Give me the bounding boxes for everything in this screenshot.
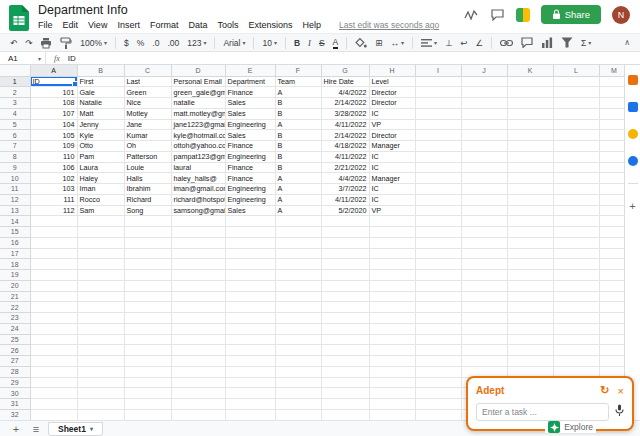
cell-G18[interactable] bbox=[321, 259, 369, 270]
cell-D10[interactable]: haley_halls@ bbox=[171, 173, 225, 184]
cell-F1[interactable]: Team bbox=[275, 76, 321, 87]
cell-B27[interactable] bbox=[77, 356, 124, 367]
cell-E5[interactable]: Engineering bbox=[225, 119, 275, 130]
cell-D24[interactable] bbox=[171, 323, 225, 334]
menu-tools[interactable]: Tools bbox=[217, 20, 238, 30]
cell-M3[interactable] bbox=[599, 98, 624, 109]
cell-D4[interactable]: matt.motley@gn bbox=[171, 108, 225, 119]
cell-K21[interactable] bbox=[507, 291, 553, 302]
row-header-17[interactable]: 17 bbox=[0, 248, 30, 259]
cell-I32[interactable] bbox=[415, 409, 461, 420]
cell-I19[interactable] bbox=[415, 270, 461, 281]
cell-K10[interactable] bbox=[507, 173, 553, 184]
row-header-24[interactable]: 24 bbox=[0, 323, 30, 334]
cell-E26[interactable] bbox=[225, 345, 275, 356]
cell-C8[interactable]: Patterson bbox=[124, 151, 171, 162]
all-sheets-icon[interactable]: ≡ bbox=[28, 423, 44, 435]
cell-L24[interactable] bbox=[553, 323, 599, 334]
cell-E28[interactable] bbox=[225, 366, 275, 377]
cell-F32[interactable] bbox=[275, 409, 321, 420]
cell-D22[interactable] bbox=[171, 302, 225, 313]
cell-B31[interactable] bbox=[77, 399, 124, 410]
cell-H25[interactable] bbox=[369, 334, 415, 345]
cell-L13[interactable] bbox=[553, 205, 599, 216]
cell-L1[interactable] bbox=[553, 76, 599, 87]
row-header-11[interactable]: 11 bbox=[0, 184, 30, 195]
cell-C25[interactable] bbox=[124, 334, 171, 345]
cell-M2[interactable] bbox=[599, 87, 624, 98]
cell-C22[interactable] bbox=[124, 302, 171, 313]
cell-M6[interactable] bbox=[599, 130, 624, 141]
cell-E15[interactable] bbox=[225, 227, 275, 238]
row-header-14[interactable]: 14 bbox=[0, 216, 30, 227]
cell-A15[interactable] bbox=[30, 227, 77, 238]
cell-E30[interactable] bbox=[225, 388, 275, 399]
cell-G27[interactable] bbox=[321, 356, 369, 367]
cell-I24[interactable] bbox=[415, 323, 461, 334]
column-header-F[interactable]: F bbox=[275, 65, 321, 76]
cell-H2[interactable]: Director bbox=[369, 87, 415, 98]
vertical-align-icon[interactable]: ⊥ bbox=[445, 38, 452, 48]
cell-M27[interactable] bbox=[599, 356, 624, 367]
cell-B1[interactable]: First bbox=[77, 76, 124, 87]
cell-L25[interactable] bbox=[553, 334, 599, 345]
cell-M26[interactable] bbox=[599, 345, 624, 356]
row-header-3[interactable]: 3 bbox=[0, 98, 30, 109]
horizontal-align-icon[interactable]: ▾ bbox=[421, 38, 437, 48]
column-header-I[interactable]: I bbox=[415, 65, 461, 76]
cell-B4[interactable]: Matt bbox=[77, 108, 124, 119]
cell-K6[interactable] bbox=[507, 130, 553, 141]
cell-F21[interactable] bbox=[275, 291, 321, 302]
cell-D26[interactable] bbox=[171, 345, 225, 356]
cell-M11[interactable] bbox=[599, 184, 624, 195]
cell-F23[interactable] bbox=[275, 313, 321, 324]
cell-M17[interactable] bbox=[599, 248, 624, 259]
cell-B22[interactable] bbox=[77, 302, 124, 313]
cell-H20[interactable] bbox=[369, 280, 415, 291]
cell-M13[interactable] bbox=[599, 205, 624, 216]
cell-E18[interactable] bbox=[225, 259, 275, 270]
close-icon[interactable]: × bbox=[618, 385, 624, 397]
cell-L26[interactable] bbox=[553, 345, 599, 356]
cell-D14[interactable] bbox=[171, 216, 225, 227]
row-header-27[interactable]: 27 bbox=[0, 356, 30, 367]
cell-L5[interactable] bbox=[553, 119, 599, 130]
cell-D27[interactable] bbox=[171, 356, 225, 367]
keep-icon[interactable] bbox=[628, 129, 638, 139]
cell-E22[interactable] bbox=[225, 302, 275, 313]
cell-F6[interactable]: B bbox=[275, 130, 321, 141]
cell-K15[interactable] bbox=[507, 227, 553, 238]
cell-H31[interactable] bbox=[369, 399, 415, 410]
cell-E2[interactable]: Finance bbox=[225, 87, 275, 98]
cell-H32[interactable] bbox=[369, 409, 415, 420]
cell-G9[interactable]: 2/21/2022 bbox=[321, 162, 369, 173]
format-currency-button[interactable]: $ bbox=[124, 38, 129, 48]
cell-B16[interactable] bbox=[77, 237, 124, 248]
borders-icon[interactable]: ⊞ bbox=[375, 38, 382, 48]
row-header-13[interactable]: 13 bbox=[0, 205, 30, 216]
cell-L22[interactable] bbox=[553, 302, 599, 313]
cell-M4[interactable] bbox=[599, 108, 624, 119]
cell-L12[interactable] bbox=[553, 194, 599, 205]
cell-D30[interactable] bbox=[171, 388, 225, 399]
cell-I8[interactable] bbox=[415, 151, 461, 162]
cell-C27[interactable] bbox=[124, 356, 171, 367]
cell-E1[interactable]: Department bbox=[225, 76, 275, 87]
cell-G16[interactable] bbox=[321, 237, 369, 248]
insert-link-icon[interactable] bbox=[500, 39, 513, 47]
cell-G8[interactable]: 4/11/2022 bbox=[321, 151, 369, 162]
cell-I30[interactable] bbox=[415, 388, 461, 399]
cell-B19[interactable] bbox=[77, 270, 124, 281]
cell-G15[interactable] bbox=[321, 227, 369, 238]
cell-I16[interactable] bbox=[415, 237, 461, 248]
cell-M12[interactable] bbox=[599, 194, 624, 205]
cell-L2[interactable] bbox=[553, 87, 599, 98]
cell-F3[interactable]: B bbox=[275, 98, 321, 109]
select-all-corner[interactable] bbox=[0, 65, 30, 76]
cell-B17[interactable] bbox=[77, 248, 124, 259]
cell-A28[interactable] bbox=[30, 366, 77, 377]
cell-B29[interactable] bbox=[77, 377, 124, 388]
cell-K17[interactable] bbox=[507, 248, 553, 259]
cell-I23[interactable] bbox=[415, 313, 461, 324]
italic-button[interactable]: I bbox=[308, 38, 311, 48]
